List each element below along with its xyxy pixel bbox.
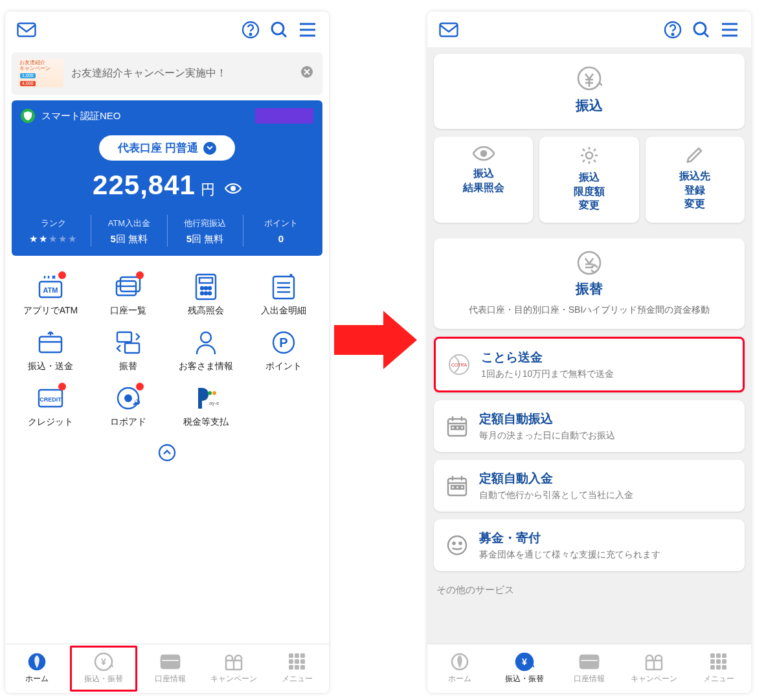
grid-item-pcircle[interactable]: Pポイント bbox=[246, 328, 321, 372]
svg-point-27 bbox=[201, 332, 211, 343]
nav-2[interactable]: 口座情報 bbox=[557, 644, 622, 693]
shield-icon bbox=[21, 109, 35, 123]
svg-rect-70 bbox=[456, 426, 459, 429]
list-item[interactable]: 募金・寄付募金団体を通じて様々な支援に充てられます bbox=[434, 519, 745, 571]
svg-point-36 bbox=[212, 391, 216, 395]
bottom-nav: ホーム¥振込・振替口座情報キャンペーンメニュー bbox=[5, 644, 329, 693]
item-desc: 1回あたり10万円まで無料で送金 bbox=[481, 368, 614, 380]
list-item[interactable]: 定額自動振込毎月の決まった日に自動でお振込 bbox=[434, 400, 745, 452]
item-title: 募金・寄付 bbox=[479, 530, 660, 547]
hamburger-icon[interactable] bbox=[720, 20, 739, 40]
grid-item-atm[interactable]: ATMアプリでATM bbox=[13, 273, 88, 317]
nav-3[interactable]: キャンペーン bbox=[202, 644, 265, 693]
grid-label: 振替 bbox=[91, 361, 166, 372]
grid-item-list[interactable]: 入出金明細 bbox=[246, 273, 321, 317]
hamburger-icon[interactable] bbox=[298, 20, 317, 40]
svg-point-3 bbox=[272, 23, 284, 34]
nav-icon bbox=[28, 653, 46, 671]
list-item[interactable]: COTRAことら送金1回あたり10万円まで無料で送金 bbox=[434, 337, 745, 392]
grid-item-payeasy[interactable]: ay-easy税金等支払 bbox=[168, 384, 243, 428]
nav-0[interactable]: ホーム bbox=[427, 644, 492, 693]
balance-amount: 225,841 円 bbox=[12, 170, 322, 201]
svg-rect-25 bbox=[117, 332, 131, 342]
nav-3[interactable]: キャンペーン bbox=[622, 644, 686, 693]
grid-label: 残高照会 bbox=[168, 305, 243, 317]
gear-icon bbox=[543, 146, 635, 165]
nav-icon bbox=[644, 653, 664, 671]
item-desc: 自動で他行から引落として当社に入金 bbox=[479, 490, 633, 501]
item-desc: 募金団体を通じて様々な支援に充てられます bbox=[479, 549, 660, 561]
grid-item-robo[interactable]: ロボアド bbox=[91, 384, 166, 428]
item-title: 定額自動入金 bbox=[479, 470, 633, 487]
option-label: 振込先 登録 変更 bbox=[649, 169, 741, 211]
svg-point-17 bbox=[205, 292, 207, 295]
stat-points[interactable]: ポイント 0 bbox=[243, 215, 319, 247]
nav-0[interactable]: ホーム bbox=[5, 644, 69, 693]
nav-label: 振込・振替 bbox=[505, 673, 544, 684]
item-title: ことら送金 bbox=[481, 349, 614, 366]
nav-2[interactable]: 口座情報 bbox=[139, 644, 202, 693]
robo-icon bbox=[91, 384, 166, 412]
payeasy-icon: ay-easy bbox=[168, 384, 243, 412]
stat-rank[interactable]: ランク ★★★★★ bbox=[16, 215, 91, 247]
nav-icon bbox=[160, 653, 181, 671]
grid-label: クレジット bbox=[13, 416, 88, 428]
nav-icon bbox=[451, 653, 469, 671]
grid-label: アプリでATM bbox=[13, 305, 88, 317]
svg-rect-49 bbox=[289, 659, 293, 664]
help-icon[interactable] bbox=[241, 20, 260, 40]
svg-rect-89 bbox=[710, 653, 715, 658]
svg-rect-53 bbox=[295, 665, 299, 670]
svg-rect-97 bbox=[722, 665, 726, 670]
option-pencil[interactable]: 振込先 登録 変更 bbox=[646, 137, 745, 223]
smile-icon bbox=[444, 532, 470, 558]
svg-text:¥: ¥ bbox=[522, 657, 527, 667]
topbar bbox=[427, 12, 751, 47]
grid-label: ロボアド bbox=[91, 416, 166, 428]
item-title: 定額自動振込 bbox=[479, 411, 615, 427]
svg-rect-90 bbox=[716, 653, 721, 658]
collapse-icon[interactable] bbox=[5, 444, 329, 462]
mail-icon[interactable] bbox=[439, 20, 458, 40]
masked-widget[interactable] bbox=[255, 108, 313, 124]
nav-1[interactable]: ¥振込・振替 bbox=[70, 646, 137, 692]
nav-4[interactable]: メニュー bbox=[686, 644, 751, 693]
grid-item-cards[interactable]: 口座一覧 bbox=[91, 273, 166, 317]
grid-item-cardup[interactable]: 振込・送金 bbox=[13, 328, 88, 372]
mail-icon[interactable] bbox=[17, 20, 36, 40]
grid-item-credit[interactable]: CREDITクレジット bbox=[13, 384, 88, 428]
help-icon[interactable] bbox=[663, 20, 682, 40]
grid-item-person[interactable]: お客さま情報 bbox=[168, 328, 243, 372]
option-eye[interactable]: 振込 結果照会 bbox=[434, 137, 533, 223]
account-selector[interactable]: 代表口座 円普通 bbox=[99, 135, 235, 161]
promo-thumb: お友達紹介 キャンペーン 1,000 4,000 bbox=[18, 59, 63, 87]
nav-label: ホーム bbox=[448, 673, 471, 684]
list-item[interactable]: 定額自動入金自動で他行から引落として当社に入金 bbox=[434, 460, 745, 512]
nav-label: 口座情報 bbox=[155, 673, 186, 684]
nav-4[interactable]: メニュー bbox=[265, 644, 329, 693]
svg-rect-48 bbox=[300, 653, 305, 658]
stat-atm[interactable]: ATM入出金 5回 無料 bbox=[91, 215, 166, 247]
furikae-button[interactable]: 振替 代表口座・目的別口座・SBIハイブリッド預金間の資金移動 bbox=[434, 238, 745, 329]
visibility-icon[interactable] bbox=[225, 170, 242, 201]
svg-rect-9 bbox=[120, 277, 140, 291]
svg-rect-52 bbox=[289, 665, 293, 670]
pencil-icon bbox=[649, 146, 741, 164]
svg-text:CREDIT: CREDIT bbox=[39, 396, 62, 403]
topbar bbox=[5, 12, 329, 47]
svg-point-18 bbox=[208, 292, 211, 295]
promo-banner[interactable]: お友達紹介 キャンペーン 1,000 4,000 お友達紹介キャンペーン実施中！ bbox=[12, 52, 322, 94]
promo-text: お友達紹介キャンペーン実施中！ bbox=[71, 67, 227, 80]
account-stats: ランク ★★★★★ ATM入出金 5回 無料 他行宛振込 5回 無料 ポイント … bbox=[12, 215, 322, 247]
svg-point-5 bbox=[231, 186, 235, 190]
grid-item-calc[interactable]: 残高照会 bbox=[168, 273, 243, 317]
option-gear[interactable]: 振込 限度額 変更 bbox=[539, 137, 638, 223]
nav-1[interactable]: ¥振込・振替 bbox=[492, 644, 557, 693]
transfer-main-button[interactable]: 振込 bbox=[434, 54, 745, 129]
search-icon[interactable] bbox=[269, 20, 289, 40]
grid-item-swap[interactable]: 振替 bbox=[91, 328, 166, 372]
close-icon[interactable] bbox=[300, 65, 313, 81]
search-icon[interactable] bbox=[692, 20, 711, 40]
stat-transfer[interactable]: 他行宛振込 5回 無料 bbox=[167, 215, 243, 247]
svg-text:¥: ¥ bbox=[101, 657, 106, 667]
